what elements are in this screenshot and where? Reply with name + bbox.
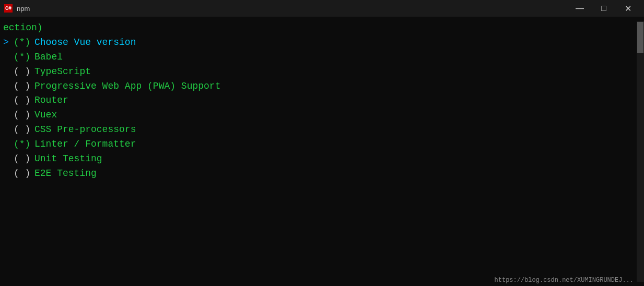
menu-item-7: (*) Linter / Formatter [3, 137, 637, 152]
menu-label-4: Router [34, 93, 68, 108]
menu-item-3: ( ) Progressive Web App (PWA) Support [3, 79, 637, 94]
window-title: npm [17, 5, 30, 13]
checkbox-9[interactable]: ( ) [14, 166, 34, 181]
close-button[interactable]: ✕ [616, 0, 640, 17]
scrollbar-thumb[interactable] [637, 22, 643, 53]
menu-label-2: TypeScript [34, 65, 91, 79]
scrollbar[interactable] [637, 21, 644, 282]
menu-item-2: ( ) TypeScript [3, 65, 637, 79]
arrow-indicator-9 [3, 166, 14, 181]
menu-label-1: Babel [34, 50, 63, 65]
menu-item-0: >(*) Choose Vue version [3, 35, 637, 50]
checkbox-1[interactable]: (*) [14, 50, 34, 65]
checkbox-0[interactable]: (*) [14, 35, 34, 50]
checkbox-7[interactable]: (*) [14, 137, 34, 152]
arrow-indicator-6 [3, 123, 14, 137]
checkbox-8[interactable]: ( ) [14, 152, 34, 166]
checkbox-2[interactable]: ( ) [14, 65, 34, 79]
arrow-indicator-8 [3, 152, 14, 166]
terminal-content: ection) >(*) Choose Vue version (*) Babe… [3, 21, 637, 282]
arrow-indicator-0: > [3, 35, 14, 50]
menu-item-6: ( ) CSS Pre-processors [3, 123, 637, 137]
title-bar-left: C# npm [4, 4, 30, 13]
arrow-indicator-4 [3, 93, 14, 108]
arrow-indicator-7 [3, 137, 14, 152]
menu-label-3: Progressive Web App (PWA) Support [34, 79, 220, 94]
arrow-indicator-3 [3, 79, 14, 94]
partial-line: ection) [3, 21, 637, 35]
menu-item-4: ( ) Router [3, 93, 637, 108]
checkbox-3[interactable]: ( ) [14, 79, 34, 94]
menu-items: >(*) Choose Vue version (*) Babel ( ) Ty… [3, 35, 637, 181]
checkbox-5[interactable]: ( ) [14, 108, 34, 123]
terminal-body: ection) >(*) Choose Vue version (*) Babe… [0, 17, 644, 286]
arrow-indicator-1 [3, 50, 14, 65]
menu-label-0: Choose Vue version [34, 35, 136, 50]
maximize-button[interactable]: □ [592, 0, 616, 17]
app-icon: C# [4, 4, 13, 13]
menu-item-8: ( ) Unit Testing [3, 152, 637, 166]
menu-item-5: ( ) Vuex [3, 108, 637, 123]
menu-label-6: CSS Pre-processors [34, 123, 136, 137]
menu-item-9: ( ) E2E Testing [3, 166, 637, 181]
menu-item-1: (*) Babel [3, 50, 637, 65]
checkbox-4[interactable]: ( ) [14, 93, 34, 108]
menu-label-8: Unit Testing [34, 152, 102, 166]
menu-label-9: E2E Testing [34, 166, 97, 181]
arrow-indicator-2 [3, 65, 14, 79]
checkbox-6[interactable]: ( ) [14, 123, 34, 137]
minimize-button[interactable]: — [568, 0, 592, 17]
watermark: https://blog.csdn.net/XUMINGRUNDEJ... [495, 277, 634, 284]
window-controls: — □ ✕ [568, 0, 640, 17]
title-bar: C# npm — □ ✕ [0, 0, 644, 17]
menu-label-7: Linter / Formatter [34, 137, 136, 152]
menu-label-5: Vuex [34, 108, 57, 123]
arrow-indicator-5 [3, 108, 14, 123]
window: C# npm — □ ✕ ection) >(*) Choose Vue ver… [0, 0, 644, 286]
